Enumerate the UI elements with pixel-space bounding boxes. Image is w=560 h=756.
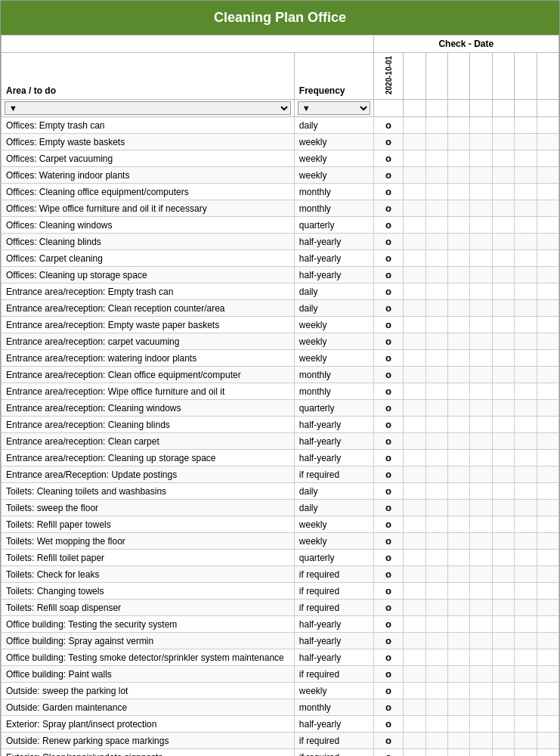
empty-date-cell <box>470 333 492 350</box>
empty-date-cell <box>537 134 558 150</box>
table-row: Entrance area/reception: Clean office eq… <box>2 367 559 383</box>
empty-date-cell <box>537 300 558 317</box>
empty-date-cell <box>470 250 492 267</box>
table-row: Entrance area/reception: Cleaning up sto… <box>2 450 559 466</box>
empty-date-cell <box>448 533 470 550</box>
area-cell: Offices: Cleaning office equipment/compu… <box>2 184 295 200</box>
freq-filter-select[interactable]: ▼ <box>298 101 370 115</box>
empty-date-cell <box>515 333 537 350</box>
empty-date-cell <box>404 699 425 716</box>
empty-date-cell <box>448 433 470 450</box>
table-row: Offices: Carpet cleaninghalf-yearlyo <box>2 250 559 267</box>
check-col-5 <box>492 53 514 100</box>
area-cell: Office building: Spray against vermin <box>2 633 295 649</box>
empty-date-cell <box>448 200 470 217</box>
check-cell: o <box>373 533 404 550</box>
check-col-7 <box>537 53 558 100</box>
empty-date-cell <box>537 600 558 616</box>
empty-date-cell <box>448 400 470 417</box>
empty-date-cell <box>404 749 425 757</box>
check-cell: o <box>373 733 404 749</box>
empty-date-cell <box>404 400 425 417</box>
empty-date-cell <box>537 699 558 716</box>
check-cell: o <box>373 583 404 600</box>
frequency-cell: quarterly <box>294 550 373 566</box>
empty-date-cell <box>515 633 537 649</box>
empty-date-cell <box>470 633 492 649</box>
empty-date-cell <box>470 350 492 367</box>
empty-date-cell <box>515 184 537 200</box>
empty-date-cell <box>425 550 447 566</box>
frequency-cell: if required <box>294 749 373 757</box>
frequency-cell: daily <box>294 117 373 134</box>
empty-date-cell <box>492 733 514 749</box>
frequency-cell: daily <box>294 300 373 317</box>
empty-date-cell <box>425 333 447 350</box>
empty-date-cell <box>448 716 470 733</box>
check-header-row: Check - Date <box>2 36 559 53</box>
area-cell: Toilets: Refill paper towels <box>2 516 295 533</box>
table-row: Entrance area/reception: Clean reception… <box>2 300 559 317</box>
check-cell: o <box>373 699 404 716</box>
empty-date-cell <box>448 450 470 466</box>
area-header: Area / to do <box>2 53 295 100</box>
empty-date-cell <box>425 450 447 466</box>
empty-date-cell <box>492 649 514 666</box>
check-cell: o <box>373 267 404 284</box>
frequency-cell: daily <box>294 500 373 516</box>
area-cell: Entrance area/reception: Clean reception… <box>2 300 295 317</box>
empty-date-cell <box>425 284 447 300</box>
empty-date-cell <box>537 483 558 500</box>
empty-date-cell <box>470 117 492 134</box>
empty-date-cell <box>515 616 537 633</box>
table-row: Toilets: Cleaning toilets and washbasins… <box>2 483 559 500</box>
table-row: Outside: Renew parking space markingsif … <box>2 733 559 749</box>
area-cell: Entrance area/reception: Empty waste pap… <box>2 317 295 333</box>
area-cell: Exterior: Spray plant/insect protection <box>2 716 295 733</box>
area-cell: Office building: Testing the security sy… <box>2 616 295 633</box>
check-cell: o <box>373 649 404 666</box>
empty-date-cell <box>492 417 514 433</box>
empty-header <box>2 36 374 53</box>
check-cell: o <box>373 400 404 417</box>
empty-date-cell <box>492 583 514 600</box>
frequency-cell: if required <box>294 600 373 616</box>
filter-empty-3 <box>425 100 447 117</box>
empty-date-cell <box>425 666 447 683</box>
empty-date-cell <box>515 733 537 749</box>
check-cell: o <box>373 566 404 583</box>
empty-date-cell <box>492 466 514 483</box>
check-cell: o <box>373 167 404 184</box>
check-col-1 <box>404 53 425 100</box>
empty-date-cell <box>537 367 558 383</box>
empty-date-cell <box>492 200 514 217</box>
empty-date-cell <box>425 716 447 733</box>
check-col-6 <box>515 53 537 100</box>
check-cell: o <box>373 683 404 699</box>
empty-date-cell <box>537 466 558 483</box>
empty-date-cell <box>448 633 470 649</box>
empty-date-cell <box>470 367 492 383</box>
empty-date-cell <box>492 749 514 757</box>
check-cell: o <box>373 450 404 466</box>
date-col-header: 2020-10-01 <box>373 53 404 100</box>
empty-date-cell <box>470 267 492 284</box>
check-cell: o <box>373 716 404 733</box>
area-filter-select[interactable]: ▼ <box>5 101 291 115</box>
empty-date-cell <box>537 150 558 167</box>
empty-date-cell <box>448 600 470 616</box>
empty-date-cell <box>515 516 537 533</box>
empty-date-cell <box>425 267 447 284</box>
area-filter-cell[interactable]: ▼ <box>2 100 295 117</box>
area-cell: Entrance area/Reception: Update postings <box>2 466 295 483</box>
freq-filter-cell[interactable]: ▼ <box>294 100 373 117</box>
empty-date-cell <box>515 550 537 566</box>
empty-date-cell <box>492 267 514 284</box>
table-row: Offices: Empty trash candailyo <box>2 117 559 134</box>
empty-date-cell <box>448 217 470 234</box>
filter-empty-5 <box>470 100 492 117</box>
empty-date-cell <box>515 317 537 333</box>
empty-date-cell <box>404 317 425 333</box>
empty-date-cell <box>470 184 492 200</box>
empty-date-cell <box>448 317 470 333</box>
